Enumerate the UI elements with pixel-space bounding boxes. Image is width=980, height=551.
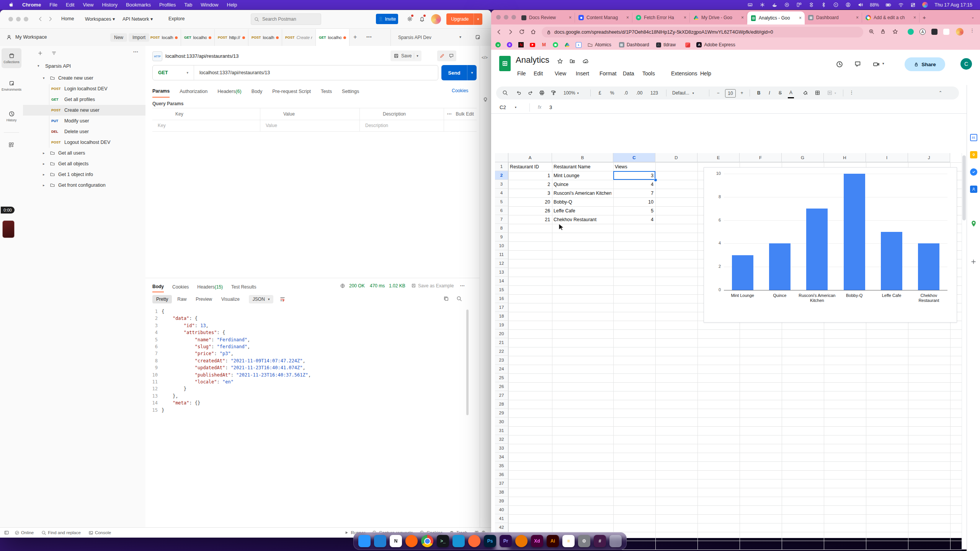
find-replace-label[interactable]: Find and replace (48, 530, 81, 535)
nav-workspaces[interactable]: Workspaces ▾ (85, 16, 115, 22)
embedded-chart[interactable]: 0246810Mint LoungeQuinceRusconi's Americ… (704, 167, 957, 323)
row-header-41[interactable]: 41 (495, 514, 508, 523)
row-header-36[interactable]: 36 (495, 470, 508, 479)
home-icon[interactable] (530, 29, 536, 35)
tab-close-icon[interactable]: × (741, 15, 744, 20)
url-text[interactable]: docs.google.com/spreadsheets/d/1P7Oeh84c… (554, 29, 773, 35)
bookmark-item[interactable] (564, 41, 570, 48)
cell-c6[interactable]: 5 (615, 206, 653, 215)
row-header-19[interactable]: 19 (495, 321, 508, 329)
menu-item-file[interactable]: File (45, 2, 62, 8)
tree-folder[interactable]: ▸Get all users (23, 148, 145, 158)
request-tab[interactable]: POSTCreate n (282, 29, 316, 46)
bookmark-item[interactable]: ∴tldraw (655, 41, 676, 48)
cell-a3[interactable]: 2 (510, 180, 550, 189)
chevron-down-icon[interactable]: ▾ (43, 76, 48, 80)
save-button[interactable]: Save▾ (390, 51, 421, 61)
traffic-light-minimize[interactable] (16, 17, 21, 21)
selected-cell-outline[interactable] (613, 171, 655, 180)
tab-pre-request-script[interactable]: Pre-request Script (272, 86, 311, 97)
row-header-11[interactable]: 11 (495, 250, 508, 259)
send-caret-icon[interactable]: ▾ (467, 71, 477, 75)
import-button[interactable]: Import (129, 33, 149, 42)
row-header-21[interactable]: 21 (495, 338, 508, 347)
send-button[interactable]: Send▾ (441, 65, 477, 80)
save-caret-icon[interactable]: ▾ (416, 54, 418, 58)
row-header-40[interactable]: 40 (495, 505, 508, 514)
tree-request[interactable]: DELDelete user (23, 126, 145, 137)
console-icon[interactable] (88, 530, 93, 535)
console-label[interactable]: Console (95, 530, 111, 535)
column-header-C[interactable]: C (613, 153, 655, 162)
url-input[interactable] (194, 70, 438, 75)
row-header-4[interactable]: 4 (495, 189, 508, 197)
bookmark-item[interactable] (495, 41, 501, 48)
bookmark-item[interactable]: N (518, 41, 524, 48)
sidebar-toggle-icon[interactable] (4, 530, 9, 535)
tab-close-icon[interactable]: × (626, 15, 629, 20)
traffic-light-zoom[interactable] (24, 17, 28, 21)
row-header-38[interactable]: 38 (495, 488, 508, 497)
cell-b7[interactable]: Chekhov Restaurant (554, 215, 611, 224)
bulk-edit-button[interactable]: Bulk Edit (456, 111, 474, 117)
copy-response-icon[interactable] (443, 296, 449, 302)
tree-folder[interactable]: ▸Get front configuration (23, 180, 145, 191)
keep-icon[interactable] (970, 151, 977, 158)
tab-headers-6-[interactable]: Headers (6) (217, 86, 242, 97)
bookmark-item[interactable]: 1 (575, 41, 581, 48)
forward-icon[interactable] (507, 29, 514, 35)
dock-app-chrome[interactable] (421, 535, 433, 547)
bookmark-item[interactable]: 0 (506, 41, 513, 48)
cell-b3[interactable]: Quince (554, 180, 611, 189)
edit-pencil-icon[interactable] (439, 53, 445, 59)
column-header-E[interactable]: E (697, 153, 740, 162)
upgrade-button[interactable]: Upgrade▾ (446, 13, 482, 25)
view-raw[interactable]: Raw (173, 295, 190, 303)
plus-icon[interactable] (970, 258, 977, 266)
filter-icon[interactable] (51, 51, 57, 56)
row-header-18[interactable]: 18 (495, 312, 508, 321)
recording-thumbnail[interactable] (2, 220, 15, 238)
cell-c1[interactable]: Views (615, 162, 653, 171)
cell-c7[interactable]: 4 (615, 215, 653, 224)
dock-app-blender[interactable] (515, 535, 528, 547)
tab-close-icon[interactable]: × (684, 15, 686, 20)
cell-a1[interactable]: Restaurant ID (510, 162, 550, 171)
response-more-icon[interactable]: ••• (460, 284, 465, 288)
chevron-right-icon[interactable]: ▸ (43, 162, 48, 166)
browser-tab[interactable]: My Drive - Goo× (690, 13, 747, 23)
extension-light-icon[interactable] (943, 29, 949, 35)
apple-menu-icon[interactable] (5, 2, 18, 8)
find-replace-icon[interactable] (41, 530, 46, 535)
row-header-31[interactable]: 31 (495, 426, 508, 435)
share-icon[interactable] (880, 29, 886, 34)
global-search[interactable] (251, 13, 321, 25)
chevron-right-icon[interactable]: ▸ (43, 151, 48, 155)
row-header-3[interactable]: 3 (495, 180, 508, 189)
method-dropdown[interactable]: GET▾ (153, 65, 194, 80)
dock-app-vscode[interactable] (374, 535, 386, 547)
menu-item-help[interactable]: Help (223, 2, 242, 8)
row-header-27[interactable]: 27 (495, 391, 508, 400)
row-header-25[interactable]: 25 (495, 373, 508, 382)
column-header-F[interactable]: F (740, 153, 782, 162)
calendar-icon[interactable]: 31 (970, 134, 977, 141)
cell-c4[interactable]: 7 (615, 189, 653, 197)
browser-tab[interactable]: ✳Fetch Error Ha× (632, 13, 690, 23)
cell-c3[interactable]: 4 (615, 180, 653, 189)
keyboard-icon[interactable] (747, 2, 753, 8)
dock-app-illustrator[interactable]: Ai (547, 535, 559, 547)
add-collection-icon[interactable] (38, 51, 43, 56)
method-caret-icon[interactable]: ▾ (186, 71, 188, 75)
tree-request[interactable]: GETGet all profiles (23, 94, 145, 105)
cell-b4[interactable]: Rusconi's American Kitchen (554, 189, 611, 197)
chevron-right-icon[interactable]: ▸ (43, 183, 48, 187)
chevron-right-icon[interactable]: ▸ (43, 173, 48, 176)
menu-item-profiles[interactable]: Profiles (155, 2, 180, 8)
browser-tab[interactable]: Docs Review× (518, 13, 575, 23)
row-header-12[interactable]: 12 (495, 259, 508, 268)
format-caret-icon[interactable]: ▾ (268, 297, 270, 301)
page-zoom-icon[interactable] (869, 29, 874, 34)
param-input-value[interactable]: Value (260, 120, 360, 131)
dock-app-system-settings[interactable]: ⚙ (578, 535, 590, 547)
